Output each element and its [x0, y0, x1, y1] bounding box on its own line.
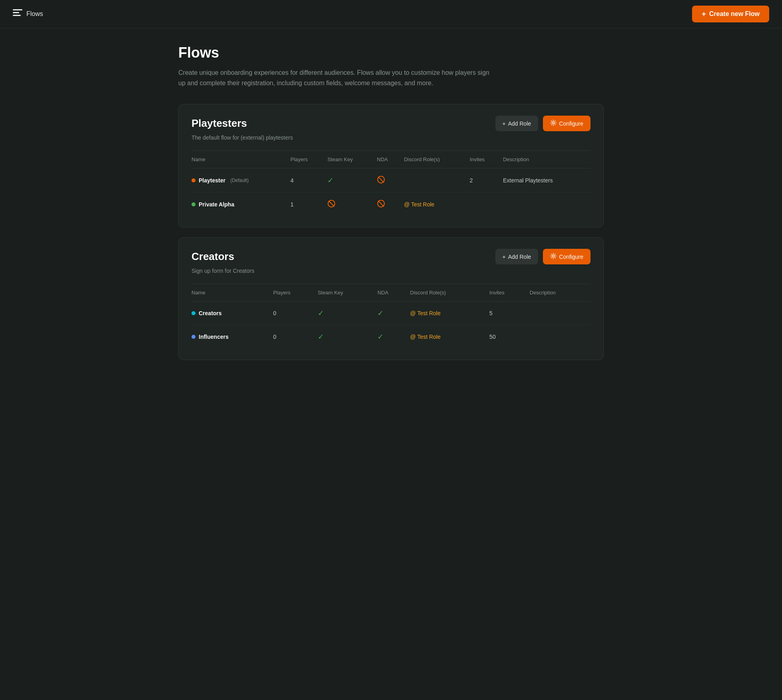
add-role-button-playtesters[interactable]: + Add Role [495, 116, 539, 131]
check-icon: ✓ [327, 176, 333, 184]
top-nav: Flows + Create new Flow [0, 0, 782, 28]
svg-line-9 [378, 201, 383, 206]
nav-brand: Flows [13, 9, 43, 19]
block-icon [377, 176, 385, 184]
table-row: Creators 0✓✓@ Test Role5 [192, 302, 590, 325]
flow-card-header-playtesters: Playtesters+ Add Role Configure [192, 116, 590, 131]
app-container: Flows + Create new Flow Flows Create uni… [0, 0, 782, 700]
add-role-button-creators[interactable]: + Add Role [495, 249, 539, 264]
flow-title-playtesters: Playtesters [192, 117, 247, 130]
flow-card-creators: Creators+ Add Role ConfigureSign up form… [178, 237, 604, 360]
role-dot [192, 335, 196, 339]
flows-container: Playtesters+ Add Role ConfigureThe defau… [178, 104, 604, 360]
page-title: Flows [178, 44, 604, 61]
plus-icon: + [702, 10, 706, 18]
role-badge: (Default) [230, 178, 249, 183]
players-cell: 1 [290, 192, 327, 216]
block-icon [327, 200, 335, 208]
table-header-cell: Name [192, 151, 290, 168]
flow-subtitle-playtesters: The default flow for (external) playtest… [192, 134, 590, 141]
players-cell: 0 [273, 325, 318, 349]
description-cell: External Playtesters [503, 168, 590, 192]
block-icon [377, 200, 385, 208]
discord-role-text: @ Test Role [404, 201, 434, 208]
configure-button-creators[interactable]: Configure [543, 249, 590, 264]
table-header-cell: NDA [377, 151, 404, 168]
plus-icon: + [503, 254, 506, 260]
steam-key-cell [327, 192, 377, 216]
discord-roles-cell: @ Test Role [410, 302, 489, 325]
description-cell [530, 325, 590, 349]
svg-point-10 [553, 255, 555, 257]
table-header-cell: Discord Role(s) [404, 151, 469, 168]
players-cell: 4 [290, 168, 327, 192]
table-header-cell: Steam Key [318, 284, 378, 302]
discord-roles-cell [404, 168, 469, 192]
discord-roles-cell: @ Test Role [404, 192, 469, 216]
svg-rect-0 [13, 9, 22, 10]
invites-cell [470, 192, 503, 216]
check-icon: ✓ [318, 309, 324, 317]
table-header-cell: Description [530, 284, 590, 302]
check-icon: ✓ [318, 333, 324, 341]
create-flow-button[interactable]: + Create new Flow [692, 6, 769, 22]
role-name-cell: Private Alpha [192, 192, 290, 216]
steam-key-cell: ✓ [318, 325, 378, 349]
role-dot [192, 311, 196, 315]
discord-role-text: @ Test Role [410, 334, 441, 340]
flow-card-header-creators: Creators+ Add Role Configure [192, 249, 590, 264]
discord-role-text: @ Test Role [410, 310, 441, 316]
check-icon: ✓ [377, 333, 383, 341]
table-header-cell: Players [290, 151, 327, 168]
table-row: Private Alpha 1 @ Test Rol [192, 192, 590, 216]
role-name-text: Private Alpha [199, 201, 234, 208]
table-row: Playtester (Default) 4✓ 2External Playte… [192, 168, 590, 192]
players-cell: 0 [273, 302, 318, 325]
table-header-cell: Players [273, 284, 318, 302]
role-name: Private Alpha [192, 201, 284, 208]
table-header-cell: Description [503, 151, 590, 168]
steam-key-cell: ✓ [318, 302, 378, 325]
flow-table-playtesters: NamePlayersSteam KeyNDADiscord Role(s)In… [192, 150, 590, 216]
role-name-cell: Playtester (Default) [192, 168, 290, 192]
table-header-cell: Discord Role(s) [410, 284, 489, 302]
role-name: Playtester (Default) [192, 177, 284, 184]
table-row: Influencers 0✓✓@ Test Role50 [192, 325, 590, 349]
table-header-cell: Invites [489, 284, 530, 302]
flow-title-creators: Creators [192, 250, 234, 263]
page-description: Create unique onboarding experiences for… [178, 68, 490, 88]
nda-cell: ✓ [377, 302, 410, 325]
table-header-cell: NDA [377, 284, 410, 302]
invites-cell: 2 [470, 168, 503, 192]
nda-cell: ✓ [377, 325, 410, 349]
role-name-text: Influencers [199, 334, 229, 340]
description-cell [503, 192, 590, 216]
plus-icon: + [503, 120, 506, 127]
role-name: Creators [192, 310, 267, 316]
check-icon: ✓ [377, 309, 383, 317]
svg-line-5 [378, 177, 383, 182]
flow-subtitle-creators: Sign up form for Creators [192, 268, 590, 274]
invites-cell: 50 [489, 325, 530, 349]
role-name-text: Playtester [199, 177, 225, 184]
flow-actions-playtesters: + Add Role Configure [495, 116, 590, 131]
table-header-cell: Steam Key [327, 151, 377, 168]
configure-icon [550, 253, 557, 260]
main-content: Flows Create unique onboarding experienc… [159, 28, 623, 386]
table-header-cell: Name [192, 284, 273, 302]
role-name-cell: Influencers [192, 325, 273, 349]
discord-roles-cell: @ Test Role [410, 325, 489, 349]
flow-table-creators: NamePlayersSteam KeyNDADiscord Role(s)In… [192, 284, 590, 348]
role-name-text: Creators [199, 310, 222, 316]
flow-actions-creators: + Add Role Configure [495, 249, 590, 264]
configure-button-playtesters[interactable]: Configure [543, 116, 590, 131]
svg-rect-2 [13, 15, 21, 16]
nav-brand-label: Flows [26, 10, 43, 18]
role-dot [192, 202, 196, 206]
role-dot [192, 178, 196, 182]
description-cell [530, 302, 590, 325]
create-flow-label: Create new Flow [709, 10, 760, 18]
svg-line-7 [329, 201, 334, 206]
table-header-cell: Invites [470, 151, 503, 168]
nda-cell [377, 192, 404, 216]
